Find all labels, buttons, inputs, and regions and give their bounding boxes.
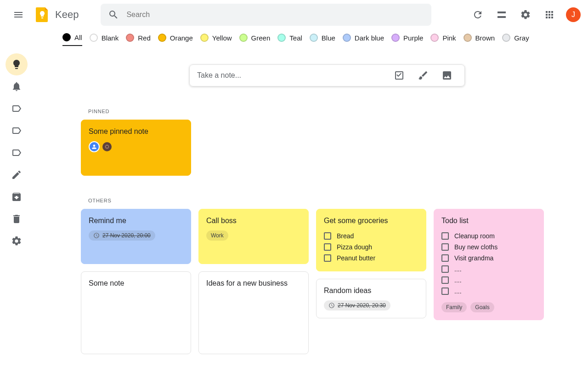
refresh-button[interactable]: [467, 4, 489, 26]
color-filter-brown[interactable]: Brown: [464, 34, 495, 46]
label-text: Goals: [475, 304, 489, 310]
others-grid: Remind me 27 Nov 2020, 20:00 Some note C…: [81, 209, 573, 354]
color-filter-label: Yellow: [212, 34, 232, 42]
new-list-button[interactable]: [389, 70, 409, 81]
note-card[interactable]: Todo list Cleanup roomBuy new clothsVisi…: [434, 209, 544, 320]
hamburger-icon: [13, 9, 24, 20]
sidebar-settings[interactable]: [6, 230, 28, 252]
checkbox-icon[interactable]: [324, 254, 331, 262]
new-drawing-button[interactable]: [413, 70, 433, 81]
checkbox-icon[interactable]: [324, 243, 331, 251]
clock-icon: [328, 302, 335, 309]
note-card[interactable]: Some pinned note: [81, 120, 191, 176]
color-filter-label: Dark blue: [355, 34, 384, 42]
gear-icon: [104, 144, 110, 150]
checkbox-icon[interactable]: [441, 254, 449, 262]
checklist-item[interactable]: ....: [441, 264, 536, 275]
pencil-icon: [11, 169, 22, 180]
color-swatch: [239, 34, 248, 42]
checkbox-icon[interactable]: [324, 232, 331, 240]
color-filter-all[interactable]: All: [62, 33, 82, 46]
color-filter-orange[interactable]: Orange: [158, 34, 193, 46]
sidebar: [0, 50, 33, 366]
sidebar-label-3[interactable]: [6, 142, 28, 164]
sidebar-edit-labels[interactable]: [6, 164, 28, 186]
keep-logo: [33, 6, 51, 24]
note-card[interactable]: Some note: [81, 271, 191, 354]
color-swatch: [126, 34, 134, 42]
search-input[interactable]: [126, 11, 424, 19]
sidebar-reminders[interactable]: [6, 75, 28, 98]
color-filter-purple[interactable]: Purple: [391, 34, 423, 46]
color-filter-green[interactable]: Green: [239, 34, 271, 46]
note-card[interactable]: Remind me 27 Nov 2020, 20:00: [81, 209, 191, 264]
color-filter-pink[interactable]: Pink: [430, 34, 456, 46]
checklist-item[interactable]: ....: [441, 286, 536, 297]
color-filter-red[interactable]: Red: [126, 34, 151, 46]
apps-button[interactable]: [538, 4, 560, 26]
color-filter-label: Blue: [322, 34, 335, 42]
checkbox-icon[interactable]: [441, 243, 449, 251]
logo-area: Keep: [33, 6, 79, 24]
note-card[interactable]: Get some groceries BreadPizza doughPeanu…: [316, 209, 426, 271]
checkbox-icon[interactable]: [441, 232, 449, 240]
checkbox-icon[interactable]: [441, 265, 449, 273]
label-chip[interactable]: Family: [441, 302, 467, 312]
label-chip[interactable]: Work: [206, 230, 228, 241]
collaborator-avatar[interactable]: [102, 141, 113, 152]
note-title: Call boss: [206, 217, 301, 225]
note-card[interactable]: Ideas for a new business: [198, 271, 309, 354]
label-text: Family: [446, 304, 462, 310]
color-filter-label: All: [74, 34, 82, 41]
label-chip[interactable]: Goals: [470, 302, 494, 312]
reminder-chip[interactable]: 27 Nov 2020, 20:30: [324, 300, 390, 310]
label-text: Work: [211, 232, 224, 239]
sidebar-archive[interactable]: [6, 186, 28, 208]
color-filter-yellow[interactable]: Yellow: [200, 34, 232, 46]
settings-button[interactable]: [514, 4, 537, 26]
color-swatch: [200, 34, 209, 42]
color-filter-label: Pink: [442, 34, 456, 42]
label-icon: [11, 147, 22, 158]
color-filter-blank[interactable]: Blank: [90, 34, 119, 46]
take-note-bar[interactable]: Take a note...: [189, 64, 465, 86]
color-filter-label: Brown: [475, 34, 495, 42]
checklist-item-text: Bread: [337, 232, 354, 240]
archive-icon: [11, 191, 22, 202]
color-swatch: [430, 34, 439, 42]
sidebar-notes[interactable]: [6, 53, 28, 75]
sidebar-label-1[interactable]: [6, 98, 28, 120]
checklist-item[interactable]: Peanut butter: [324, 253, 418, 264]
checklist-item[interactable]: Pizza dough: [324, 242, 418, 253]
checklist-item[interactable]: Cleanup room: [441, 230, 536, 242]
note-card[interactable]: Call boss Work: [198, 209, 309, 264]
new-image-button[interactable]: [437, 70, 457, 81]
note-title: Remind me: [89, 217, 183, 225]
bell-icon: [11, 81, 22, 92]
account-avatar[interactable]: J: [566, 7, 581, 22]
list-view-button[interactable]: [491, 4, 513, 26]
search-icon: [108, 9, 119, 20]
sidebar-trash[interactable]: [6, 208, 28, 230]
main-content: Take a note... PINNED Some pinned note: [33, 50, 588, 366]
color-filter-teal[interactable]: Teal: [277, 34, 302, 46]
header-actions: J: [467, 4, 581, 26]
color-filter-gray[interactable]: Gray: [502, 34, 529, 46]
checklist-item[interactable]: Visit grandma: [441, 253, 536, 264]
note-card[interactable]: Random ideas 27 Nov 2020, 20:30: [316, 279, 426, 318]
sidebar-label-2[interactable]: [6, 120, 28, 142]
trash-icon: [11, 213, 22, 224]
checklist-item[interactable]: ....: [441, 275, 536, 286]
note-title: Get some groceries: [324, 217, 418, 225]
checklist-item[interactable]: Buy new cloths: [441, 242, 536, 253]
checkbox-icon[interactable]: [441, 276, 449, 284]
color-filter-dark-blue[interactable]: Dark blue: [343, 34, 384, 46]
checkbox-icon[interactable]: [441, 288, 449, 295]
checklist-item[interactable]: Bread: [324, 230, 418, 242]
label-icon: [11, 103, 22, 114]
color-filter-blue[interactable]: Blue: [310, 34, 335, 46]
reminder-chip[interactable]: 27 Nov 2020, 20:00: [89, 230, 155, 241]
main-menu-button[interactable]: [7, 4, 29, 26]
search-bar[interactable]: [101, 4, 431, 26]
collaborator-avatar[interactable]: [89, 141, 100, 152]
